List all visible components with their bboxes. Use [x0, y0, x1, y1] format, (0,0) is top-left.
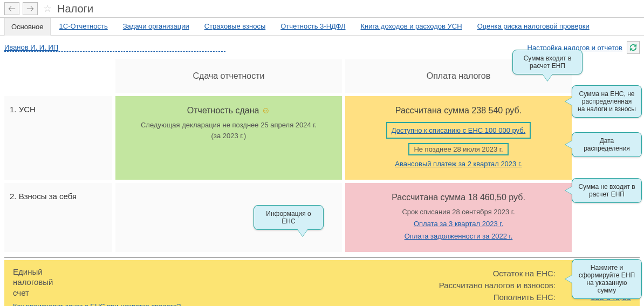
callout-enp-include: Сумма входит в расчет ЕНП: [512, 50, 583, 74]
tab-kdir[interactable]: Книга доходов и расходов УСН: [354, 18, 469, 35]
callout-form-enp: Нажмите и сформируйте ЕНП на указанную с…: [572, 259, 642, 299]
usn-reporting-title: Отчетность сдана ☺: [121, 106, 337, 115]
usn-reporting-card: Отчетность сдана ☺ Следующая декларация …: [115, 96, 342, 180]
tab-tasks[interactable]: Задачи организации: [117, 18, 196, 35]
callout-enp-exclude: Сумма не входит в расчет ЕНП: [572, 178, 642, 203]
organization-link[interactable]: Иванов И. И. ИП: [4, 43, 225, 52]
contributions-amount: Рассчитана сумма 18 460,50 руб.: [351, 193, 566, 202]
top-bar: 🡠 🡢 ☆ Налоги: [0, 0, 644, 18]
header-reporting: Сдача отчетности: [115, 59, 342, 93]
row-label-usn: 1. УСН: [4, 96, 112, 180]
ens-help-link[interactable]: Как происходит зачет с ЕНС при нехватке …: [13, 302, 181, 306]
contributions-debt-link[interactable]: Оплата задолженности за 2022 г.: [405, 232, 513, 240]
tab-risk[interactable]: Оценка риска налоговой проверки: [471, 18, 596, 35]
row-label-contributions: 2. Взносы за себя: [4, 183, 112, 252]
favorite-icon[interactable]: ☆: [43, 3, 52, 15]
tab-ndfl3[interactable]: Отчетность 3-НДФЛ: [274, 18, 352, 35]
ens-title: Единый налоговый счет: [13, 267, 181, 298]
callout-distribution-date: Дата распределения: [572, 132, 642, 157]
ens-topup-label: Пополнить ЕНС:: [494, 293, 556, 302]
callout-ens-info: Информация о ЕНС: [254, 205, 324, 230]
page-title: Налоги: [57, 3, 93, 15]
refresh-button[interactable]: [627, 41, 640, 54]
tab-main[interactable]: Основное: [4, 18, 51, 36]
contributions-deadline: Срок списания 28 сентября 2023 г.: [351, 207, 566, 217]
ens-balance-label: Остаток на ЕНС:: [493, 269, 556, 278]
usn-available-link[interactable]: Доступно к списанию с ЕНС 100 000 руб.: [392, 126, 526, 134]
usn-payment-amount: Рассчитана сумма 238 540 руб.: [351, 106, 566, 115]
tab-insurance[interactable]: Страховые взносы: [198, 18, 272, 35]
forward-button[interactable]: 🡢: [23, 2, 38, 15]
tab-reporting[interactable]: 1С-Отчетность: [53, 18, 114, 35]
tab-bar: Основное 1С-Отчетность Задачи организаци…: [0, 18, 644, 36]
refresh-icon: [629, 44, 637, 51]
ens-summary: Единый налоговый счет Как происходит зач…: [4, 260, 640, 307]
back-button[interactable]: 🡠: [4, 2, 19, 15]
ens-calculated-label: Рассчитано налогов и взносов:: [439, 281, 556, 290]
usn-advance-link[interactable]: Авансовый платеж за 2 квартал 2023 г.: [395, 160, 522, 168]
callout-ens-undistributed: Сумма на ЕНС, не распределенная на налог…: [572, 85, 642, 118]
usn-reporting-text: Следующая декларация не позднее 25 апрел…: [121, 120, 337, 141]
header-empty: [4, 59, 112, 93]
usn-available-box: Доступно к списанию с ЕНС 100 000 руб.: [386, 122, 531, 139]
usn-payment-card: Рассчитана сумма 238 540 руб. Доступно к…: [345, 96, 572, 180]
smiley-icon: ☺: [262, 106, 270, 115]
contributions-q3-link[interactable]: Оплата за 3 квартал 2023 г.: [414, 220, 503, 228]
contributions-payment-card: Рассчитана сумма 18 460,50 руб. Срок спи…: [345, 183, 572, 252]
usn-deadline-box: Не позднее 28 июля 2023 г.: [408, 143, 508, 155]
